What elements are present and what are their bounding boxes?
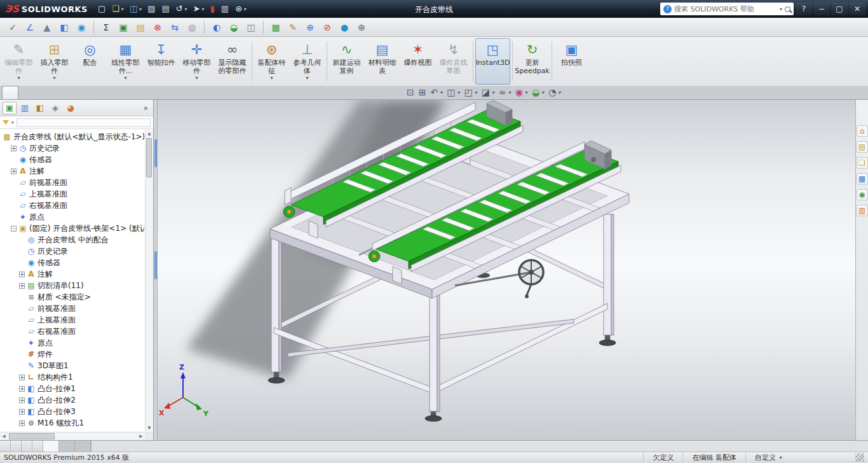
equations-icon[interactable]: Σ — [98, 20, 114, 35]
next-tab-button[interactable] — [22, 441, 32, 452]
mate-button[interactable]: ◎ 配合 — [72, 38, 107, 85]
file-properties-icon[interactable]: ▥ — [219, 2, 231, 16]
tree-item-origin-2[interactable]: ⌖ 原点 — [1, 337, 144, 349]
view-settings-icon[interactable]: ◔▾ — [548, 87, 560, 97]
horizontal-scroll-thumb[interactable] — [9, 433, 55, 439]
save-icon[interactable]: ◫▾ — [127, 2, 144, 16]
tab-layout[interactable] — [18, 86, 35, 99]
configurationmanager-tab-icon[interactable]: ◧ — [33, 102, 47, 114]
splitter-handle[interactable] — [154, 251, 157, 279]
scroll-down-icon[interactable]: ▼ — [146, 424, 153, 432]
exploded-view-button[interactable]: ✶ 爆炸视图 — [400, 38, 435, 85]
new-motion-study-button[interactable]: ∿ 新建运动算例 — [329, 38, 364, 85]
linear-component-pattern-button[interactable]: ▦ 线性零部件... ▾ — [108, 38, 143, 85]
design-library-icon[interactable]: ▤ — [857, 141, 868, 153]
search-icon[interactable] — [785, 6, 790, 12]
vertical-scroll-thumb[interactable] — [146, 138, 152, 177]
search-input[interactable] — [674, 5, 777, 13]
view-orientation-icon[interactable]: ◰▾ — [464, 87, 477, 97]
dimxpertmanager-tab-icon[interactable]: ◈ — [48, 102, 62, 114]
smart-fasteners-button[interactable]: ↧ 智能扣件 — [144, 38, 179, 85]
help-button[interactable]: ? — [796, 3, 812, 15]
tree-item-material[interactable]: ≡ 材质 <未指定> — [1, 291, 144, 303]
instant3d-button[interactable]: ◳ Instant3D — [475, 38, 510, 85]
close-button[interactable]: ✕ — [849, 3, 865, 15]
options-small-icon[interactable]: ⊛ — [354, 20, 369, 35]
chevron-down-icon[interactable]: ▾ — [53, 75, 55, 81]
expand-toggle-icon[interactable]: + — [19, 272, 25, 277]
tree-item-right-plane-2[interactable]: ▱ 右视基准面 — [1, 326, 144, 337]
tree-item-sensors[interactable]: ◉ 传感器 — [1, 154, 144, 165]
new-document-icon[interactable]: ▢ — [95, 2, 108, 16]
tree-vertical-scrollbar[interactable]: ▲ ▼ — [145, 130, 153, 432]
undo-icon[interactable]: ↺▾ — [173, 2, 189, 16]
tree-item-weldment[interactable]: # 焊件 — [1, 349, 144, 360]
appearances-scenes-icon[interactable]: ◉ — [857, 189, 868, 200]
tree-item-front-plane[interactable]: ▱ 前视基准面 — [1, 177, 144, 188]
reference-geometry-button[interactable]: ⊥ 参考几何体 ▾ — [290, 38, 325, 85]
tab-assembly[interactable] — [2, 86, 18, 99]
filter-dropdown-icon[interactable]: ▾ — [11, 120, 14, 125]
status-under-defined[interactable]: 欠定义 — [643, 452, 682, 463]
status-custom[interactable]: 自定义▾ — [745, 452, 790, 463]
tree-item-3d-sketch[interactable]: ✎ 3D草图1 — [1, 360, 144, 371]
symmetry-check-icon[interactable]: ◫ — [243, 20, 259, 35]
section-properties-icon[interactable]: ◧ — [57, 20, 72, 35]
curvature-icon[interactable]: ◒ — [226, 20, 241, 35]
solidworks-resources-icon[interactable]: ⌂ — [857, 125, 868, 137]
expand-toggle-icon[interactable]: + — [19, 420, 25, 426]
tab-evaluate[interactable] — [51, 86, 68, 99]
tree-item-right-plane[interactable]: ▱ 右视基准面 — [1, 200, 144, 211]
tab-motion-study-1[interactable] — [75, 441, 91, 452]
update-speedpak-button[interactable]: ↻ 更新 Speedpak — [515, 38, 550, 85]
search-dropdown-icon[interactable]: ▾ — [780, 6, 782, 12]
chevron-down-icon[interactable]: ▾ — [306, 75, 308, 81]
rebuild-icon[interactable]: ▮ — [208, 2, 217, 16]
tab-3d-views[interactable] — [59, 441, 75, 452]
measure-icon[interactable]: ∠ — [22, 20, 37, 35]
edit-component-button[interactable]: ✎ 编辑零部件 ▾ — [1, 38, 36, 85]
orientation-triad[interactable]: Z X Y — [159, 363, 209, 418]
graphics-viewport[interactable]: Z X Y — [158, 100, 855, 440]
featuremanager-tab-icon[interactable]: ▣ — [3, 102, 17, 114]
custom-properties-icon[interactable]: ▥ — [857, 205, 868, 216]
tree-item-fixed-frame-part[interactable]: - ▣ (固定) 开合皮带线-铁架<1> (默认< — [1, 223, 144, 234]
move-component-button[interactable]: ✛ 移动零部件 ▾ — [179, 38, 214, 85]
expand-toggle-icon[interactable]: - — [11, 226, 17, 232]
scroll-right-icon[interactable]: ▶ — [137, 432, 145, 440]
performance-evaluation-icon[interactable]: ◐ — [209, 20, 224, 35]
tree-item-m16-tapped-hole[interactable]: + ⊚ M16 螺纹孔1 — [1, 417, 144, 429]
view-palette-icon[interactable]: ▦ — [857, 173, 868, 184]
expand-toggle-icon[interactable]: + — [19, 386, 25, 392]
tree-item-front-plane-2[interactable]: ▱ 前视基准面 — [1, 303, 144, 314]
tree-horizontal-scrollbar[interactable]: ◀ ▶ — [0, 432, 145, 440]
tab-sketch[interactable] — [35, 86, 51, 99]
assembly-visualization-icon[interactable]: ▦ — [268, 20, 283, 35]
hole-alignment-icon[interactable]: ◎ — [184, 20, 200, 35]
take-snapshot-button[interactable]: ▣ 拍快照 — [554, 38, 589, 85]
bottom-scroll-track[interactable] — [91, 441, 868, 452]
tree-item-history-2[interactable]: ◷ 历史记录 — [1, 245, 144, 257]
assembly-features-button[interactable]: ⊛ 装配体特征 ▾ — [254, 38, 289, 85]
open-document-icon[interactable]: ❏▾ — [109, 2, 126, 16]
tree-item-history[interactable]: + ◷ 历史记录 — [1, 142, 144, 154]
tree-filter-input[interactable] — [17, 118, 151, 127]
search-scope-icon[interactable]: ? — [663, 5, 672, 13]
hide-show-items-icon[interactable]: ∞▾ — [499, 87, 511, 97]
edit-appearance-icon[interactable]: ✎ — [285, 20, 301, 35]
sensor-icon[interactable]: ◉ — [74, 20, 89, 35]
tab-solidworks-mbd[interactable] — [85, 86, 101, 99]
resize-grip-icon[interactable] — [855, 453, 864, 462]
zoom-to-fit-icon[interactable]: ⊡ — [407, 87, 414, 97]
tree-item-origin[interactable]: ⌖ 原点 — [1, 211, 144, 223]
tree-item-annotations-2[interactable]: + A 注解 — [1, 268, 144, 280]
show-hidden-components-button[interactable]: ∞ 显示隐藏的零部件 — [215, 38, 250, 85]
tree-item-boss-extrude-2[interactable]: + ◧ 凸台-拉伸2 — [1, 394, 144, 406]
panel-expand-chevron[interactable]: » — [141, 104, 151, 113]
display-style-icon[interactable]: ◪▾ — [482, 87, 494, 97]
publish-icon[interactable]: ▨ — [145, 2, 158, 16]
last-tab-button[interactable] — [32, 441, 43, 452]
tree-item-boss-extrude-3[interactable]: + ◧ 凸台-拉伸3 — [1, 406, 144, 417]
tree-item-top-plane-2[interactable]: ▱ 上视基准面 — [1, 314, 144, 326]
filter-funnel-icon[interactable] — [3, 120, 9, 125]
